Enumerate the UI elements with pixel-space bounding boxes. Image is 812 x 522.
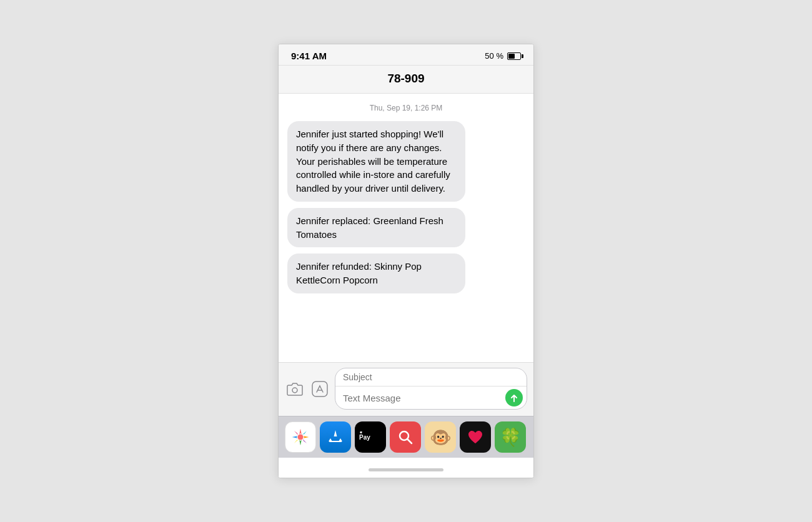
phone-frame: 9:41 AM 50 % 78-909 Thu, Sep 19, 1:26 PM… bbox=[278, 44, 534, 478]
app-icon-applepay[interactable]: Pay bbox=[355, 421, 386, 453]
status-time: 9:41 AM bbox=[291, 51, 327, 61]
appstore-button[interactable] bbox=[310, 379, 330, 399]
svg-point-2 bbox=[298, 435, 304, 440]
message-timestamp: Thu, Sep 19, 1:26 PM bbox=[287, 104, 525, 112]
app-icon-monkey[interactable]: 🐵 bbox=[425, 421, 456, 453]
battery-percent: 50 % bbox=[485, 51, 503, 61]
message-input[interactable] bbox=[343, 389, 505, 406]
status-right: 50 % bbox=[485, 51, 521, 61]
nav-bar: 78-909 bbox=[279, 66, 533, 94]
home-bar bbox=[369, 468, 443, 471]
app-icon-photos[interactable] bbox=[285, 421, 316, 453]
input-row bbox=[285, 368, 527, 410]
battery-fill bbox=[508, 54, 515, 59]
message-input-row bbox=[335, 387, 527, 409]
input-area bbox=[279, 362, 533, 416]
nav-title: 78-909 bbox=[289, 72, 523, 86]
battery-icon bbox=[507, 52, 521, 60]
app-icon-heart[interactable] bbox=[460, 421, 491, 453]
app-icon-search[interactable] bbox=[390, 421, 421, 453]
app-icon-clover[interactable]: 🍀 bbox=[495, 421, 526, 453]
message-bubble-2: Jennifer replaced: Greenland Fresh Tomat… bbox=[287, 208, 465, 248]
subject-input[interactable] bbox=[335, 368, 527, 387]
message-bubble-1: Jennifer just started shopping! We'll no… bbox=[287, 121, 465, 202]
app-icon-appstore[interactable] bbox=[320, 421, 351, 453]
text-input-container bbox=[335, 368, 527, 410]
app-dock: Pay 🐵 🍀 bbox=[279, 416, 533, 458]
svg-rect-1 bbox=[312, 382, 327, 396]
svg-text:Pay: Pay bbox=[359, 434, 370, 441]
svg-point-0 bbox=[292, 388, 297, 393]
messages-area: Thu, Sep 19, 1:26 PM Jennifer just start… bbox=[279, 94, 533, 362]
camera-button[interactable] bbox=[285, 379, 305, 399]
svg-line-5 bbox=[407, 439, 412, 443]
message-bubble-3: Jennifer refunded: Skinny Pop KettleCorn… bbox=[287, 254, 465, 293]
status-bar: 9:41 AM 50 % bbox=[279, 44, 533, 66]
home-indicator bbox=[279, 458, 533, 478]
send-button[interactable] bbox=[505, 389, 523, 406]
